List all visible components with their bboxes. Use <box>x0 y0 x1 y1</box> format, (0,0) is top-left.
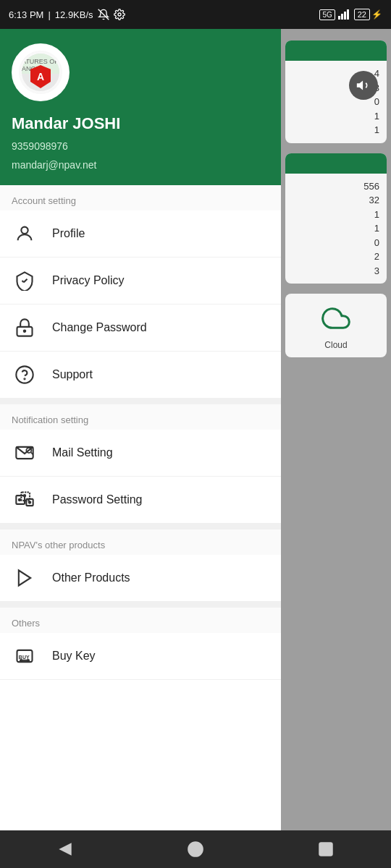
back-button[interactable] <box>49 833 81 865</box>
status-time: 6:13 PM <box>9 9 43 20</box>
svg-point-21 <box>29 501 30 503</box>
divider-2 <box>0 524 281 529</box>
svg-point-12 <box>24 378 25 379</box>
mail-icon <box>12 440 38 466</box>
divider-3 <box>0 602 281 608</box>
notification-setting-label: Notification setting <box>0 404 281 430</box>
menu-item-change-password[interactable]: Change Password <box>0 305 281 352</box>
svg-point-29 <box>193 847 198 852</box>
svg-point-11 <box>16 366 33 383</box>
cloud-icon <box>321 304 350 336</box>
status-bar: 6:13 PM | 12.9KB/s 5G 22 ⚡ <box>0 0 391 29</box>
others-label: Others <box>0 608 281 633</box>
buy-icon: BUY <box>12 643 38 669</box>
svg-rect-3 <box>341 14 343 20</box>
support-label: Support <box>52 368 93 381</box>
menu-item-privacy-policy[interactable]: Privacy Policy <box>0 258 281 305</box>
home-button[interactable] <box>180 833 211 865</box>
svg-rect-30 <box>319 843 332 855</box>
right-panel: 4 3 0 1 1 556 32 1 1 0 2 3 <box>281 29 391 830</box>
buy-key-label: Buy Key <box>52 650 96 663</box>
svg-line-8 <box>24 279 28 283</box>
other-products-label: NPAV's other products <box>0 529 281 555</box>
svg-marker-27 <box>59 843 71 855</box>
svg-point-19 <box>19 499 20 501</box>
status-separator: | <box>48 9 50 20</box>
menu-item-mail-setting[interactable]: Mail Setting <box>0 430 281 477</box>
svg-point-20 <box>24 495 25 496</box>
svg-rect-5 <box>347 9 349 20</box>
mail-setting-label: Mail Setting <box>52 446 113 459</box>
status-left: 6:13 PM | 12.9KB/s <box>9 9 125 20</box>
svg-point-1 <box>118 13 121 16</box>
cloud-label: Cloud <box>324 340 347 350</box>
user-email: mandarj@npav.net <box>12 159 269 171</box>
battery-indicator: 22 ⚡ <box>354 9 382 20</box>
card2-header <box>285 153 387 174</box>
privacy-label: Privacy Policy <box>52 274 125 287</box>
other-products-item-label: Other Products <box>52 571 130 584</box>
menu-item-password-setting[interactable]: Password Setting <box>0 477 281 524</box>
settings-gear-icon <box>114 9 125 20</box>
profile-label: Profile <box>52 227 85 240</box>
card2-numbers: 556 32 1 1 0 2 3 <box>285 174 387 284</box>
cloud-card: Cloud <box>285 294 387 357</box>
svg-point-6 <box>21 227 28 234</box>
speaker-button[interactable] <box>349 71 378 100</box>
avatar: ATURES OF ANGUL A <box>12 43 70 101</box>
password-icon <box>12 315 38 341</box>
avatar-logo: ATURES OF ANGUL A <box>19 51 62 94</box>
user-name: Mandar JOSHI <box>12 114 269 133</box>
menu-item-buy-key[interactable]: BUY Buy Key <box>0 633 281 680</box>
status-right: 5G 22 ⚡ <box>319 9 382 20</box>
user-phone: 9359098976 <box>12 140 269 152</box>
right-card-2: 556 32 1 1 0 2 3 <box>285 153 387 284</box>
card1-header <box>285 41 387 61</box>
signal-icon <box>338 9 351 20</box>
svg-point-25 <box>20 659 22 662</box>
navigation-drawer: ATURES OF ANGUL A Mandar JOSHI 935909897… <box>0 29 281 830</box>
privacy-icon <box>12 268 38 294</box>
svg-rect-2 <box>338 16 340 20</box>
menu-item-other-products[interactable]: Other Products <box>0 555 281 602</box>
account-setting-label: Account setting <box>0 185 281 210</box>
psetting-icon <box>12 487 38 513</box>
status-speed: 12.9KB/s <box>55 9 93 20</box>
profile-icon <box>12 221 38 247</box>
recents-button[interactable] <box>310 833 342 865</box>
menu-item-support[interactable]: Support <box>0 352 281 399</box>
svg-line-0 <box>98 9 109 20</box>
menu-item-profile[interactable]: Profile <box>0 210 281 258</box>
svg-point-10 <box>24 331 25 332</box>
play-icon <box>12 565 38 591</box>
password-setting-label: Password Setting <box>52 493 143 506</box>
svg-line-7 <box>22 281 24 282</box>
svg-text:BUY: BUY <box>19 655 30 660</box>
notification-icon <box>98 9 109 20</box>
main-layout: ATURES OF ANGUL A Mandar JOSHI 935909897… <box>0 29 391 830</box>
svg-rect-4 <box>344 12 346 20</box>
network-badge: 5G <box>319 9 335 20</box>
drawer-header: ATURES OF ANGUL A Mandar JOSHI 935909897… <box>0 29 281 185</box>
support-icon <box>12 362 38 388</box>
change-password-label: Change Password <box>52 321 147 334</box>
bottom-navigation <box>0 830 391 868</box>
svg-point-26 <box>27 659 30 662</box>
divider-1 <box>0 399 281 404</box>
